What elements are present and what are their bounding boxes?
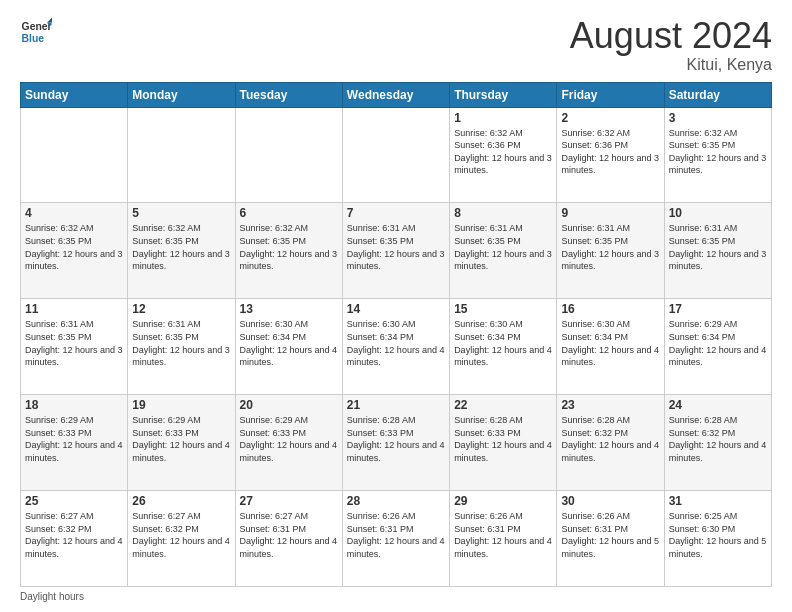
day-info: Sunrise: 6:31 AM Sunset: 6:35 PM Dayligh…	[454, 222, 552, 272]
calendar-cell: 11Sunrise: 6:31 AM Sunset: 6:35 PM Dayli…	[21, 299, 128, 395]
day-info: Sunrise: 6:27 AM Sunset: 6:32 PM Dayligh…	[132, 510, 230, 560]
calendar-cell: 17Sunrise: 6:29 AM Sunset: 6:34 PM Dayli…	[664, 299, 771, 395]
calendar-cell	[21, 107, 128, 203]
calendar-cell: 5Sunrise: 6:32 AM Sunset: 6:35 PM Daylig…	[128, 203, 235, 299]
calendar-day-header: Friday	[557, 82, 664, 107]
day-number: 11	[25, 302, 123, 316]
day-number: 29	[454, 494, 552, 508]
day-info: Sunrise: 6:30 AM Sunset: 6:34 PM Dayligh…	[454, 318, 552, 368]
day-number: 15	[454, 302, 552, 316]
day-info: Sunrise: 6:32 AM Sunset: 6:35 PM Dayligh…	[240, 222, 338, 272]
title-block: August 2024 Kitui, Kenya	[570, 16, 772, 74]
calendar-cell: 26Sunrise: 6:27 AM Sunset: 6:32 PM Dayli…	[128, 491, 235, 587]
calendar-cell: 20Sunrise: 6:29 AM Sunset: 6:33 PM Dayli…	[235, 395, 342, 491]
generalblue-logo-icon: General Blue	[20, 16, 52, 48]
calendar-cell: 1Sunrise: 6:32 AM Sunset: 6:36 PM Daylig…	[450, 107, 557, 203]
day-number: 9	[561, 206, 659, 220]
calendar-body: 1Sunrise: 6:32 AM Sunset: 6:36 PM Daylig…	[21, 107, 772, 586]
day-number: 16	[561, 302, 659, 316]
calendar-cell: 7Sunrise: 6:31 AM Sunset: 6:35 PM Daylig…	[342, 203, 449, 299]
main-title: August 2024	[570, 16, 772, 56]
day-info: Sunrise: 6:30 AM Sunset: 6:34 PM Dayligh…	[561, 318, 659, 368]
calendar-day-header: Sunday	[21, 82, 128, 107]
day-info: Sunrise: 6:30 AM Sunset: 6:34 PM Dayligh…	[240, 318, 338, 368]
calendar-cell: 31Sunrise: 6:25 AM Sunset: 6:30 PM Dayli…	[664, 491, 771, 587]
calendar-cell: 21Sunrise: 6:28 AM Sunset: 6:33 PM Dayli…	[342, 395, 449, 491]
day-info: Sunrise: 6:32 AM Sunset: 6:35 PM Dayligh…	[132, 222, 230, 272]
calendar-cell: 3Sunrise: 6:32 AM Sunset: 6:35 PM Daylig…	[664, 107, 771, 203]
calendar-day-header: Thursday	[450, 82, 557, 107]
day-number: 4	[25, 206, 123, 220]
day-info: Sunrise: 6:30 AM Sunset: 6:34 PM Dayligh…	[347, 318, 445, 368]
day-info: Sunrise: 6:28 AM Sunset: 6:33 PM Dayligh…	[454, 414, 552, 464]
day-number: 12	[132, 302, 230, 316]
day-info: Sunrise: 6:29 AM Sunset: 6:34 PM Dayligh…	[669, 318, 767, 368]
day-number: 8	[454, 206, 552, 220]
calendar-cell: 29Sunrise: 6:26 AM Sunset: 6:31 PM Dayli…	[450, 491, 557, 587]
day-info: Sunrise: 6:31 AM Sunset: 6:35 PM Dayligh…	[669, 222, 767, 272]
day-number: 6	[240, 206, 338, 220]
day-info: Sunrise: 6:29 AM Sunset: 6:33 PM Dayligh…	[132, 414, 230, 464]
calendar-header: SundayMondayTuesdayWednesdayThursdayFrid…	[21, 82, 772, 107]
day-info: Sunrise: 6:29 AM Sunset: 6:33 PM Dayligh…	[25, 414, 123, 464]
calendar-cell: 19Sunrise: 6:29 AM Sunset: 6:33 PM Dayli…	[128, 395, 235, 491]
day-info: Sunrise: 6:26 AM Sunset: 6:31 PM Dayligh…	[454, 510, 552, 560]
day-info: Sunrise: 6:28 AM Sunset: 6:33 PM Dayligh…	[347, 414, 445, 464]
day-number: 26	[132, 494, 230, 508]
day-info: Sunrise: 6:27 AM Sunset: 6:31 PM Dayligh…	[240, 510, 338, 560]
calendar-cell: 16Sunrise: 6:30 AM Sunset: 6:34 PM Dayli…	[557, 299, 664, 395]
header: General Blue August 2024 Kitui, Kenya	[20, 16, 772, 74]
calendar-cell: 15Sunrise: 6:30 AM Sunset: 6:34 PM Dayli…	[450, 299, 557, 395]
day-number: 7	[347, 206, 445, 220]
day-number: 20	[240, 398, 338, 412]
calendar-cell: 2Sunrise: 6:32 AM Sunset: 6:36 PM Daylig…	[557, 107, 664, 203]
day-number: 25	[25, 494, 123, 508]
day-number: 27	[240, 494, 338, 508]
day-number: 23	[561, 398, 659, 412]
day-info: Sunrise: 6:31 AM Sunset: 6:35 PM Dayligh…	[25, 318, 123, 368]
calendar-cell: 25Sunrise: 6:27 AM Sunset: 6:32 PM Dayli…	[21, 491, 128, 587]
calendar-table: SundayMondayTuesdayWednesdayThursdayFrid…	[20, 82, 772, 587]
calendar-cell	[128, 107, 235, 203]
day-number: 22	[454, 398, 552, 412]
calendar-cell: 12Sunrise: 6:31 AM Sunset: 6:35 PM Dayli…	[128, 299, 235, 395]
day-number: 21	[347, 398, 445, 412]
day-number: 17	[669, 302, 767, 316]
day-info: Sunrise: 6:26 AM Sunset: 6:31 PM Dayligh…	[561, 510, 659, 560]
calendar-week-row: 1Sunrise: 6:32 AM Sunset: 6:36 PM Daylig…	[21, 107, 772, 203]
calendar-day-header: Tuesday	[235, 82, 342, 107]
svg-text:General: General	[22, 21, 52, 32]
footer-text: Daylight hours	[20, 591, 84, 602]
calendar-cell: 18Sunrise: 6:29 AM Sunset: 6:33 PM Dayli…	[21, 395, 128, 491]
day-info: Sunrise: 6:26 AM Sunset: 6:31 PM Dayligh…	[347, 510, 445, 560]
calendar-cell: 9Sunrise: 6:31 AM Sunset: 6:35 PM Daylig…	[557, 203, 664, 299]
calendar-cell	[342, 107, 449, 203]
calendar-cell: 14Sunrise: 6:30 AM Sunset: 6:34 PM Dayli…	[342, 299, 449, 395]
calendar-cell: 4Sunrise: 6:32 AM Sunset: 6:35 PM Daylig…	[21, 203, 128, 299]
sub-title: Kitui, Kenya	[570, 56, 772, 74]
day-number: 10	[669, 206, 767, 220]
calendar-day-header: Monday	[128, 82, 235, 107]
calendar-cell: 8Sunrise: 6:31 AM Sunset: 6:35 PM Daylig…	[450, 203, 557, 299]
logo: General Blue	[20, 16, 52, 48]
calendar-day-header: Wednesday	[342, 82, 449, 107]
day-info: Sunrise: 6:25 AM Sunset: 6:30 PM Dayligh…	[669, 510, 767, 560]
day-number: 19	[132, 398, 230, 412]
svg-marker-3	[47, 18, 52, 23]
day-number: 30	[561, 494, 659, 508]
day-info: Sunrise: 6:27 AM Sunset: 6:32 PM Dayligh…	[25, 510, 123, 560]
day-number: 14	[347, 302, 445, 316]
day-info: Sunrise: 6:32 AM Sunset: 6:35 PM Dayligh…	[25, 222, 123, 272]
page: General Blue August 2024 Kitui, Kenya Su…	[0, 0, 792, 612]
day-number: 31	[669, 494, 767, 508]
footer: Daylight hours	[20, 591, 772, 602]
day-info: Sunrise: 6:32 AM Sunset: 6:35 PM Dayligh…	[669, 127, 767, 177]
day-number: 13	[240, 302, 338, 316]
calendar-cell: 24Sunrise: 6:28 AM Sunset: 6:32 PM Dayli…	[664, 395, 771, 491]
day-number: 2	[561, 111, 659, 125]
day-info: Sunrise: 6:31 AM Sunset: 6:35 PM Dayligh…	[561, 222, 659, 272]
calendar-week-row: 25Sunrise: 6:27 AM Sunset: 6:32 PM Dayli…	[21, 491, 772, 587]
calendar-cell	[235, 107, 342, 203]
day-info: Sunrise: 6:31 AM Sunset: 6:35 PM Dayligh…	[132, 318, 230, 368]
day-number: 3	[669, 111, 767, 125]
